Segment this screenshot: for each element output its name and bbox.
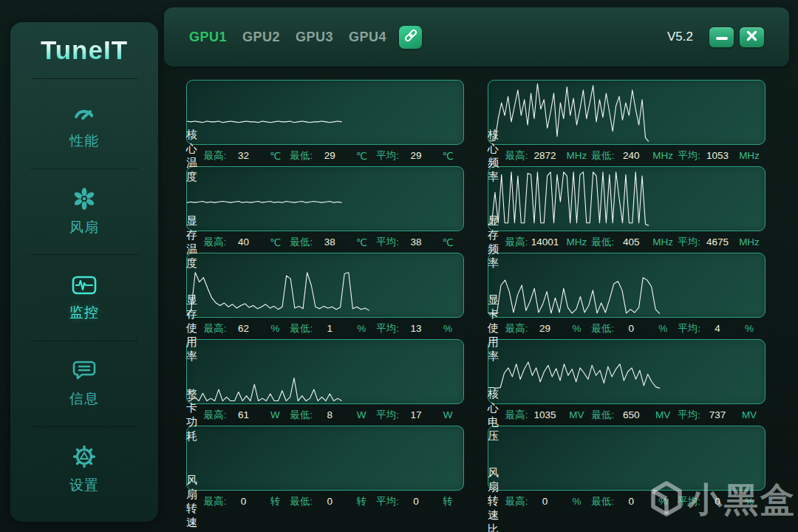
chart-line (488, 362, 660, 388)
chart-stat-row: 核心频率 最高: 2872 MHz 最低: 240 MHz 平均: 1053 M… (488, 145, 765, 166)
sidebar-item-monitor[interactable]: 监控 (10, 255, 158, 341)
stat-avg-unit: % (734, 496, 764, 507)
chart-line (488, 83, 649, 141)
stat-max-label: 最高: (204, 495, 227, 508)
chart-title: 风扇转速比 (488, 466, 505, 532)
chart-line (187, 378, 341, 402)
sidebar-item-settings[interactable]: 设置 (10, 427, 158, 513)
stat-min-label: 最低: (591, 495, 614, 508)
chart-stat-row: 显卡使用率 最高: 29 % 最低: 0 % 平均: 4 % (488, 318, 765, 339)
stat-avg-unit: 转 (433, 495, 463, 508)
stat-min-unit: MV (648, 409, 678, 420)
chart-panel (488, 80, 765, 145)
stat-min-unit: MHz (648, 236, 678, 248)
chart-line (187, 273, 369, 315)
tab-gpu2[interactable]: GPU2 (242, 30, 280, 45)
stat-avg-value: 0 (700, 496, 734, 507)
stat-avg-label: 平均: (678, 322, 700, 335)
tab-gpu3[interactable]: GPU3 (296, 30, 333, 45)
chart-card: 风扇转速比 最高: 0 % 最低: 0 % 平均: 0 % (488, 426, 765, 512)
chart-card: 核心温度 最高: 32 ℃ 最低: 29 ℃ 平均: 29 ℃ (186, 80, 464, 166)
chart-stat-row: 显存温度 最高: 40 ℃ 最低: 38 ℃ 平均: 38 ℃ (186, 231, 464, 253)
stat-avg-unit: MHz (734, 236, 764, 248)
chart-line (488, 172, 649, 225)
minimize-button[interactable] (709, 27, 734, 47)
sidebar-item-fan[interactable]: 风扇 (10, 169, 158, 255)
tab-gpu1[interactable]: GPU1 (189, 30, 227, 45)
chart-panel (488, 253, 765, 318)
stat-avg-label: 平均: (678, 409, 700, 422)
stat-max-unit: ℃ (260, 150, 290, 162)
gpu-tabs: GPU1 GPU2 GPU3 GPU4 (189, 30, 386, 45)
stat-avg-value: 13 (399, 323, 433, 334)
chart-panel (488, 166, 765, 231)
chart-panel (186, 339, 464, 404)
app-logo: TuneIT (10, 22, 158, 78)
chart-card: 显存频率 最高: 14001 MHz 最低: 405 MHz 平均: 4675 … (488, 166, 765, 253)
chart-title: 整卡功耗 (186, 387, 204, 443)
stat-avg-value: 29 (399, 150, 433, 161)
stat-max-label: 最高: (204, 149, 227, 163)
stat-avg-unit: % (734, 323, 764, 334)
stat-avg-value: 4675 (700, 236, 734, 248)
chart-stat-row: 显存使用率 最高: 62 % 最低: 1 % 平均: 13 % (186, 318, 464, 339)
header-bar: GPU1 GPU2 GPU3 GPU4 V5.2 (164, 7, 789, 66)
stat-avg-value: 17 (399, 409, 433, 420)
stat-min-value: 0 (614, 323, 648, 334)
stat-max-label: 最高: (204, 236, 227, 249)
stat-max-unit: % (562, 496, 591, 507)
tab-gpu4[interactable]: GPU4 (349, 30, 386, 45)
chart-title: 显卡使用率 (488, 293, 505, 364)
sidebar-item-label: 性能 (69, 132, 99, 151)
stat-min-label: 最低: (290, 322, 313, 335)
chart-card: 核心电压 最高: 1035 MV 最低: 650 MV 平均: 737 MV (488, 339, 765, 426)
stat-min-unit: 转 (347, 495, 376, 508)
message-icon (72, 360, 96, 382)
chart-panel (186, 253, 464, 318)
link-sync-button[interactable] (399, 26, 422, 49)
stat-avg-unit: % (433, 323, 463, 334)
stat-max-value: 61 (226, 409, 260, 420)
stat-min-unit: W (347, 409, 376, 420)
stat-max-label: 最高: (204, 409, 227, 422)
chart-title: 显存使用率 (186, 293, 204, 364)
close-button[interactable] (740, 27, 764, 47)
chart-card: 显卡使用率 最高: 29 % 最低: 0 % 平均: 4 % (488, 253, 765, 339)
sidebar-item-label: 风扇 (69, 218, 99, 237)
stat-avg-value: 737 (700, 409, 734, 420)
stat-avg-unit: MHz (734, 150, 764, 161)
stat-avg-label: 平均: (376, 409, 399, 422)
chart-panel (488, 426, 765, 491)
stat-max-unit: ℃ (260, 236, 290, 248)
gauge-icon (72, 102, 96, 124)
version-label: V5.2 (667, 30, 693, 44)
close-icon (746, 30, 757, 44)
stat-min-value: 0 (614, 496, 648, 507)
stat-min-value: 240 (614, 150, 648, 161)
stat-max-value: 2872 (528, 150, 562, 161)
stat-min-value: 405 (614, 236, 648, 248)
sidebar-item-label: 监控 (69, 303, 99, 322)
sidebar-item-performance[interactable]: 性能 (10, 83, 158, 169)
stat-max-value: 14001 (528, 236, 562, 248)
chart-card: 核心频率 最高: 2872 MHz 最低: 240 MHz 平均: 1053 M… (488, 80, 765, 166)
stat-max-unit: MHz (562, 236, 591, 248)
stat-avg-unit: MV (734, 409, 764, 420)
stat-avg-label: 平均: (678, 149, 700, 163)
stat-min-label: 最低: (290, 495, 313, 508)
stat-avg-label: 平均: (376, 495, 399, 508)
stat-min-label: 最低: (290, 409, 313, 422)
stat-max-label: 最高: (505, 149, 528, 163)
stat-avg-unit: W (433, 409, 463, 420)
stat-avg-label: 平均: (678, 495, 700, 508)
minimize-icon (715, 30, 729, 44)
stat-min-label: 最低: (591, 322, 614, 335)
stat-min-unit: ℃ (347, 236, 376, 248)
chart-title: 核心频率 (488, 128, 505, 184)
stat-min-unit: % (648, 496, 678, 507)
chart-title: 风扇转速 (186, 474, 204, 530)
stat-avg-unit: ℃ (433, 150, 463, 162)
stat-max-unit: % (260, 323, 290, 334)
sidebar-item-info[interactable]: 信息 (10, 341, 158, 427)
stat-avg-value: 4 (700, 323, 734, 334)
